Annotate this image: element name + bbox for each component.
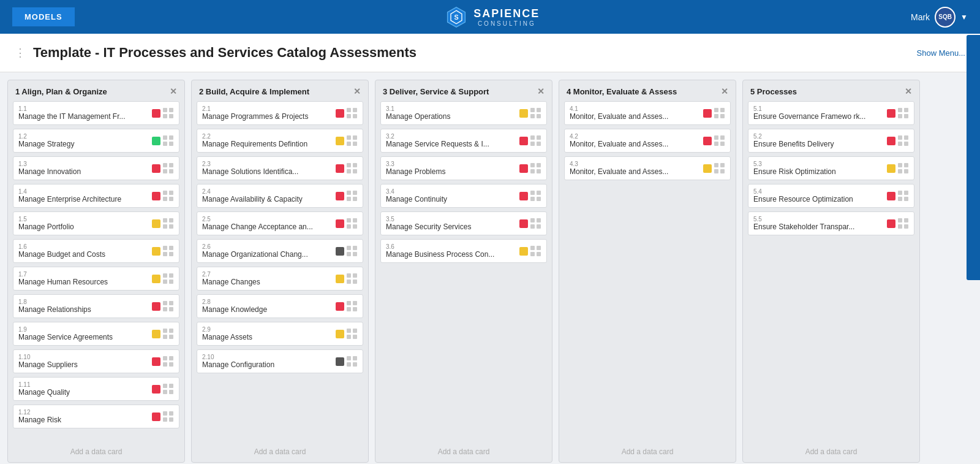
- card-4-2[interactable]: 4.2Monitor, Evaluate and Asses...: [564, 129, 731, 153]
- card-left: 2.3Manage Solutions Identifica...: [202, 161, 298, 176]
- grid-icon[interactable]: [163, 411, 174, 422]
- grid-icon[interactable]: [163, 108, 174, 119]
- show-menu-link[interactable]: Show Menu...: [917, 48, 966, 58]
- card-5-3[interactable]: 5.3Ensure Risk Optimization: [748, 156, 914, 180]
- card-2-7[interactable]: 2.7Manage Changes: [197, 267, 363, 291]
- card-2-4[interactable]: 2.4Manage Availability & Capacity: [197, 184, 363, 208]
- add-data-card-col1[interactable]: Add a data card: [8, 441, 184, 462]
- grid-icon[interactable]: [530, 246, 541, 257]
- grid-icon[interactable]: [347, 135, 358, 146]
- card-1-8[interactable]: 1.8Manage Relationships: [13, 294, 179, 318]
- grid-icon[interactable]: [163, 218, 174, 229]
- card-1-2[interactable]: 1.2Manage Strategy: [13, 129, 179, 153]
- card-2-10[interactable]: 2.10Manage Configuration: [197, 349, 363, 373]
- card-5-5[interactable]: 5.5Ensure Stakeholder Transpar...: [748, 211, 914, 235]
- grid-icon[interactable]: [163, 356, 174, 367]
- models-button[interactable]: MODELS: [12, 7, 75, 26]
- grid-icon[interactable]: [898, 135, 909, 146]
- grid-icon[interactable]: [347, 191, 358, 202]
- grid-icon[interactable]: [530, 135, 541, 146]
- card-1-7[interactable]: 1.7Manage Human Resources: [13, 267, 179, 291]
- card-2-5[interactable]: 2.5Manage Change Acceptance an...: [197, 211, 363, 235]
- card-2-3[interactable]: 2.3Manage Solutions Identifica...: [197, 156, 363, 180]
- right-panel-tab[interactable]: [967, 35, 980, 280]
- grid-icon[interactable]: [163, 163, 174, 174]
- card-3-5[interactable]: 3.5Manage Security Services: [380, 211, 547, 235]
- card-number: 5.2: [753, 133, 834, 140]
- user-menu[interactable]: Mark SQB ▼: [911, 7, 968, 28]
- grid-icon[interactable]: [163, 246, 174, 257]
- column-close-col5[interactable]: ✕: [905, 86, 912, 96]
- card-3-3[interactable]: 3.3Manage Problems: [380, 156, 547, 180]
- column-close-col2[interactable]: ✕: [353, 86, 361, 96]
- card-1-4[interactable]: 1.4Manage Enterprise Architecture: [13, 184, 179, 208]
- page-title-left: ⋮ Template - IT Processes and Services C…: [15, 45, 417, 61]
- grid-icon[interactable]: [163, 135, 174, 146]
- grid-icon[interactable]: [347, 218, 358, 229]
- card-left: 1.1Manage the IT Management Fr...: [18, 105, 126, 121]
- card-3-6[interactable]: 3.6Manage Business Process Con...: [380, 239, 547, 263]
- card-2-8[interactable]: 2.8Manage Knowledge: [197, 294, 363, 318]
- grid-icon[interactable]: [530, 108, 541, 119]
- grid-icon[interactable]: [163, 384, 174, 395]
- grid-icon[interactable]: [163, 273, 174, 284]
- grid-icon[interactable]: [898, 218, 909, 229]
- grid-icon[interactable]: [347, 301, 358, 312]
- grid-icon[interactable]: [347, 356, 358, 367]
- card-number: 3.6: [386, 243, 494, 250]
- grid-icon[interactable]: [530, 218, 541, 229]
- grid-icon[interactable]: [163, 329, 174, 340]
- card-number: 3.5: [386, 216, 471, 222]
- status-color-square: [336, 302, 344, 311]
- card-3-2[interactable]: 3.2Manage Service Requests & I...: [380, 129, 547, 153]
- column-close-col3[interactable]: ✕: [537, 86, 545, 96]
- drag-handle-icon[interactable]: ⋮: [15, 46, 26, 59]
- grid-icon[interactable]: [347, 246, 358, 257]
- card-3-1[interactable]: 3.1Manage Operations: [380, 101, 547, 125]
- card-2-2[interactable]: 2.2Manage Requirements Defintion: [197, 129, 363, 153]
- card-1-10[interactable]: 1.10Manage Suppliers: [13, 349, 179, 373]
- card-4-1[interactable]: 4.1Monitor, Evaluate and Asses...: [564, 101, 731, 125]
- grid-icon[interactable]: [898, 108, 909, 119]
- grid-icon[interactable]: [714, 163, 725, 174]
- card-1-3[interactable]: 1.3Manage Innovation: [13, 156, 179, 180]
- grid-icon[interactable]: [714, 108, 725, 119]
- grid-icon[interactable]: [347, 108, 358, 119]
- grid-icon[interactable]: [163, 301, 174, 312]
- card-2-9[interactable]: 2.9Manage Assets: [197, 322, 363, 346]
- card-2-6[interactable]: 2.6Manage Organizational Chang...: [197, 239, 363, 263]
- card-title: Manage Availability & Capacity: [202, 195, 303, 203]
- card-left: 1.8Manage Relationships: [18, 299, 91, 314]
- grid-icon[interactable]: [898, 191, 909, 202]
- card-1-11[interactable]: 1.11Manage Quality: [13, 377, 179, 401]
- grid-icon[interactable]: [530, 163, 541, 174]
- card-2-1[interactable]: 2.1Manage Programmes & Projects: [197, 101, 363, 125]
- add-data-card-col5[interactable]: Add a data card: [743, 441, 919, 462]
- grid-icon[interactable]: [530, 191, 541, 202]
- add-data-card-col2[interactable]: Add a data card: [192, 441, 368, 462]
- add-data-card-col3[interactable]: Add a data card: [375, 441, 552, 462]
- card-left: 2.4Manage Availability & Capacity: [202, 188, 303, 203]
- grid-icon[interactable]: [347, 329, 358, 340]
- column-close-col1[interactable]: ✕: [170, 86, 177, 96]
- column-close-col4[interactable]: ✕: [721, 86, 728, 96]
- card-1-1[interactable]: 1.1Manage the IT Management Fr...: [13, 101, 179, 125]
- add-data-card-col4[interactable]: Add a data card: [559, 441, 736, 462]
- logo-text-block: SAPIENCE CONSULTING: [473, 7, 540, 27]
- card-1-6[interactable]: 1.6Manage Budget and Costs: [13, 239, 179, 263]
- card-1-12[interactable]: 1.12Manage Risk: [13, 405, 179, 428]
- card-5-1[interactable]: 5.1Ensure Governance Framewo rk...: [748, 101, 914, 125]
- card-1-9[interactable]: 1.9Manage Service Agreements: [13, 322, 179, 346]
- card-5-2[interactable]: 5.2Ensure Benefits Delivery: [748, 129, 914, 153]
- card-1-5[interactable]: 1.5Manage Portfolio: [13, 211, 179, 235]
- grid-icon[interactable]: [714, 135, 725, 146]
- card-4-3[interactable]: 4.3Monitor, Evaluate and Asses...: [564, 156, 731, 180]
- grid-icon[interactable]: [347, 163, 358, 174]
- column-body-col1: 1.1Manage the IT Management Fr...1.2Mana…: [8, 101, 184, 441]
- card-title: Manage Change Acceptance an...: [202, 222, 313, 231]
- grid-icon[interactable]: [163, 191, 174, 202]
- grid-icon[interactable]: [898, 163, 909, 174]
- card-3-4[interactable]: 3.4Manage Continuity: [380, 184, 547, 208]
- grid-icon[interactable]: [347, 273, 358, 284]
- card-5-4[interactable]: 5.4Ensure Resource Optimization: [748, 184, 914, 208]
